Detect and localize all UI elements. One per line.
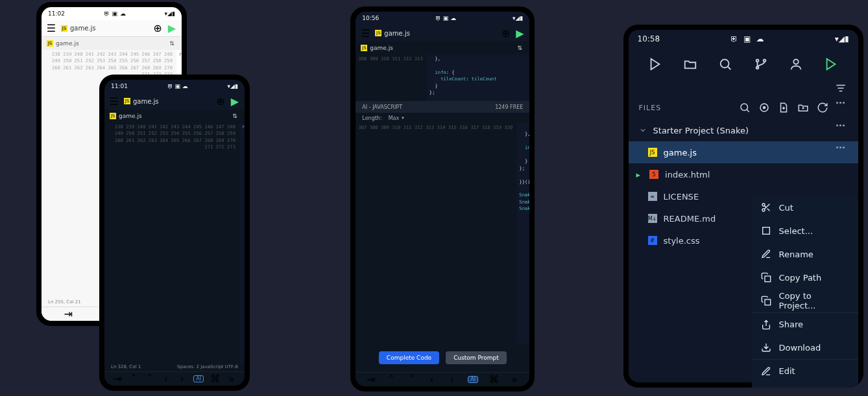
user-icon[interactable] bbox=[789, 57, 803, 71]
up-arrow-icon[interactable]: ˄ bbox=[387, 375, 396, 384]
ai-badge[interactable]: AI bbox=[468, 376, 478, 384]
git-branch-icon[interactable] bbox=[754, 57, 768, 71]
svg-point-0 bbox=[721, 60, 729, 68]
project-name: Starter Project (Snake) bbox=[653, 126, 749, 135]
folder-icon[interactable] bbox=[683, 57, 697, 71]
code-editor-lower[interactable]: 307 308 309 310 311 312 313 314 315 316 … bbox=[356, 123, 529, 344]
rename-icon bbox=[761, 249, 771, 259]
context-select[interactable]: Select... bbox=[752, 219, 858, 242]
file-row[interactable]: ▸5index.html bbox=[629, 163, 858, 185]
code-editor[interactable]: 238 239 240 241 242 243 244 245 246 247 … bbox=[104, 122, 245, 362]
tab-label[interactable]: game.js bbox=[370, 45, 393, 51]
context-edit[interactable]: Edit bbox=[752, 359, 858, 382]
code-editor-upper[interactable]: 308 309 310 311 312 313 }, info: { tileC… bbox=[356, 54, 529, 101]
svg-point-8 bbox=[762, 204, 765, 206]
command-icon[interactable]: ⌘ bbox=[489, 375, 498, 384]
file-name: game.js bbox=[664, 148, 697, 157]
files-label: FILES bbox=[639, 104, 731, 112]
js-icon: JS bbox=[361, 45, 367, 51]
search-icon[interactable] bbox=[739, 102, 751, 113]
context-share[interactable]: Share bbox=[752, 312, 858, 336]
share-icon bbox=[761, 320, 771, 330]
expand-icon[interactable]: » bbox=[227, 375, 236, 384]
play-icon[interactable]: ▶ bbox=[230, 97, 239, 106]
search-icon[interactable]: ⊕ bbox=[153, 24, 162, 33]
custom-prompt-button[interactable]: Custom Prompt bbox=[446, 351, 507, 364]
length-value[interactable]: Max bbox=[389, 115, 400, 121]
chevron-down-icon[interactable]: ▾ bbox=[402, 115, 404, 121]
svg-rect-11 bbox=[765, 276, 771, 282]
screenshot-panel-2: 10:56 ⛨ ▣ ☁ ▾◢▮ ☰ JSgame.js ⊕ ▶ JSgame.j… bbox=[295, 0, 585, 396]
up-arrow-icon[interactable]: ˄ bbox=[129, 375, 138, 384]
down-arrow-icon[interactable]: ˅ bbox=[407, 375, 416, 384]
phone-ai-editor: 10:56 ⛨ ▣ ☁ ▾◢▮ ☰ JSgame.js ⊕ ▶ JSgame.j… bbox=[350, 6, 535, 391]
context-label: Copy to Project... bbox=[779, 291, 849, 310]
ai-credit-label: 1249 FREE bbox=[495, 104, 523, 110]
right-arrow-icon[interactable]: › bbox=[177, 375, 186, 384]
bottom-toolbar: ⇥ ˄ ˅ ‹ › AI ⌘ » bbox=[356, 372, 529, 386]
context-label: Share bbox=[779, 320, 804, 329]
play-icon[interactable]: ▶ bbox=[515, 29, 524, 38]
refresh-icon[interactable] bbox=[817, 102, 828, 113]
zoom-icon[interactable] bbox=[718, 57, 732, 71]
copy-icon bbox=[761, 296, 771, 306]
file-type-icon: ≡ bbox=[648, 192, 657, 201]
context-download[interactable]: Download bbox=[752, 336, 858, 359]
files-header: FILES bbox=[629, 96, 858, 119]
more-icon[interactable] bbox=[836, 146, 848, 158]
tab-key-icon[interactable]: ⇥ bbox=[64, 310, 73, 319]
app-bar: ☰ JSgame.js ⊕ ▶ bbox=[356, 25, 529, 41]
play-icon[interactable] bbox=[824, 57, 838, 71]
left-arrow-icon[interactable]: ‹ bbox=[428, 375, 437, 384]
expand-icon[interactable]: » bbox=[510, 375, 519, 384]
more-icon[interactable] bbox=[836, 102, 848, 113]
tab-label[interactable]: game.js bbox=[119, 113, 142, 119]
clock: 10:56 bbox=[362, 15, 379, 21]
context-copy[interactable]: Copy Path bbox=[752, 266, 858, 289]
new-folder-icon[interactable] bbox=[797, 102, 809, 113]
search-icon[interactable]: ⊕ bbox=[501, 29, 510, 38]
tab-key-icon[interactable]: ⇥ bbox=[367, 375, 376, 384]
project-row[interactable]: Starter Project (Snake) bbox=[629, 119, 858, 141]
hamburger-icon[interactable]: ☰ bbox=[110, 97, 119, 106]
left-arrow-icon[interactable]: ‹ bbox=[162, 375, 171, 384]
main-toolbar bbox=[629, 48, 858, 80]
cut-icon bbox=[761, 202, 771, 213]
complete-code-button[interactable]: Complete Code bbox=[379, 351, 439, 364]
command-icon[interactable]: ⌘ bbox=[211, 375, 220, 384]
new-file-icon[interactable] bbox=[778, 102, 790, 113]
hamburger-icon[interactable]: ☰ bbox=[361, 29, 370, 38]
ai-badge[interactable]: AI bbox=[193, 375, 204, 383]
location-icon[interactable] bbox=[758, 102, 770, 113]
js-icon: JS bbox=[110, 113, 116, 119]
screenshot-panel-1: 11:02 ⛨ ▣ ☁ ▾◢▮ ☰ JSgame.js ⊕ ▶ JSgame.j… bbox=[0, 0, 277, 396]
file-name: README.md bbox=[664, 214, 716, 224]
play-icon[interactable]: ▶ bbox=[167, 24, 176, 33]
down-arrow-icon[interactable]: ˅ bbox=[145, 375, 154, 384]
square-icon: ▣ bbox=[112, 10, 118, 17]
tab-label[interactable]: game.js bbox=[56, 40, 79, 47]
run-icon[interactable] bbox=[648, 57, 662, 71]
context-label: Download bbox=[779, 343, 821, 353]
file-row[interactable]: JSgame.js bbox=[629, 141, 858, 163]
context-rename[interactable]: Rename bbox=[752, 242, 858, 266]
context-copy[interactable]: Copy to Project... bbox=[752, 289, 858, 312]
more-icon[interactable] bbox=[836, 124, 848, 136]
tab-key-icon[interactable]: ⇥ bbox=[113, 375, 122, 384]
right-status: ▾◢▮ bbox=[165, 10, 175, 17]
search-icon[interactable]: ⊕ bbox=[216, 97, 225, 106]
js-icon: JS bbox=[124, 98, 130, 104]
context-label: Rename bbox=[779, 250, 814, 259]
file-type-icon: 5 bbox=[649, 170, 658, 179]
hamburger-icon[interactable]: ☰ bbox=[47, 24, 56, 33]
select-icon bbox=[761, 226, 771, 236]
context-label: Cut bbox=[779, 203, 793, 213]
filter-icon[interactable]: ⇅ bbox=[515, 43, 524, 52]
filter-icon[interactable]: ⇅ bbox=[167, 39, 176, 48]
context-cut[interactable]: Cut bbox=[752, 196, 858, 219]
right-arrow-icon[interactable]: › bbox=[448, 375, 457, 384]
svg-point-5 bbox=[741, 104, 748, 111]
ai-prompt-row: Complete Code Custom Prompt bbox=[356, 344, 529, 372]
filter-icon[interactable]: ⇅ bbox=[230, 111, 239, 121]
sort-icon[interactable] bbox=[835, 82, 847, 94]
